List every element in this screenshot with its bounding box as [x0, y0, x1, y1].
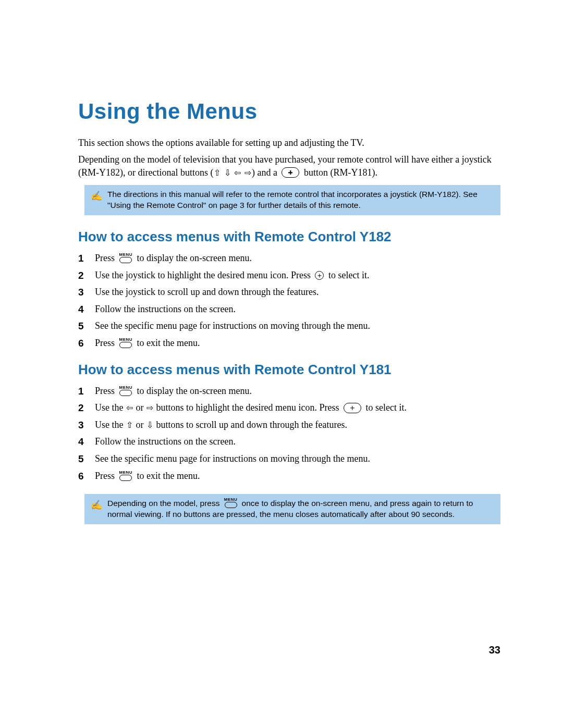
steps-list-y181: Press MENU to display the on-screen menu… — [78, 383, 500, 485]
step-item: Press MENU to display the on-screen menu… — [78, 383, 500, 400]
arrow-right-icon: ⇨ — [244, 167, 251, 179]
note-icon: ✍ — [91, 498, 102, 520]
intro-tail: button (RM-Y181). — [301, 167, 377, 178]
plus-circle-icon — [315, 271, 324, 280]
plus-button-icon — [282, 167, 299, 178]
step-item: Use the joystick to highlight the desire… — [78, 267, 500, 285]
step-item: Press MENU to exit the menu. — [78, 468, 500, 485]
arrow-left-icon: ⇦ — [234, 167, 241, 179]
arrow-right-icon: ⇨ — [146, 402, 153, 414]
step-text: Use the joystick to highlight the desire… — [95, 269, 369, 282]
note-text-2: Depending on the model, press MENU once … — [107, 498, 492, 520]
step-item: Use the ⇧ or ⇩ buttons to scroll up and … — [78, 417, 500, 434]
note-icon: ✍ — [91, 189, 102, 211]
step-text: See the specific menu page for instructi… — [95, 452, 370, 465]
document-page: Using the Menus This section shows the o… — [0, 0, 563, 687]
intro-paragraph-2: Depending on the model of television tha… — [78, 153, 500, 179]
arrow-up-icon: ⇧ — [126, 419, 133, 431]
step-text: Press MENU to display the on-screen menu… — [95, 252, 252, 265]
step-item: See the specific menu page for instructi… — [78, 318, 500, 335]
intro-paragraph-1: This section shows the options available… — [78, 137, 500, 149]
page-number: 33 — [78, 644, 500, 656]
menu-button-icon: MENU — [224, 498, 238, 508]
step-text: Press MENU to display the on-screen menu… — [95, 385, 252, 398]
step-item: Press MENU to exit the menu. — [78, 335, 500, 352]
note-box-1: ✍ The directions in this manual will ref… — [84, 185, 500, 215]
step-item: Use the ⇦ or ⇨ buttons to highlight the … — [78, 400, 500, 417]
step-item: Follow the instructions on the screen. — [78, 301, 500, 318]
menu-button-icon: MENU — [119, 471, 133, 481]
note-text-1: The directions in this manual will refer… — [107, 189, 492, 211]
step-text: See the specific menu page for instructi… — [95, 319, 370, 332]
arrow-up-icon: ⇧ — [214, 167, 221, 179]
step-text: Use the ⇦ or ⇨ buttons to highlight the … — [95, 401, 407, 414]
steps-list-y182: Press MENU to display the on-screen menu… — [78, 250, 500, 352]
step-text: Press MENU to exit the menu. — [95, 470, 200, 483]
heading-y182: How to access menus with Remote Control … — [78, 229, 500, 245]
step-text: Use the ⇧ or ⇩ buttons to scroll up and … — [95, 418, 347, 431]
step-item: Follow the instructions on the screen. — [78, 434, 500, 451]
intro-and-a: ) and a — [252, 167, 279, 178]
arrow-down-icon: ⇩ — [224, 167, 231, 179]
menu-button-icon: MENU — [119, 338, 133, 348]
note2-lead: Depending on the model, press — [107, 499, 222, 508]
arrow-down-icon: ⇩ — [146, 419, 153, 431]
menu-button-icon: MENU — [119, 386, 133, 396]
note-box-2: ✍ Depending on the model, press MENU onc… — [84, 494, 500, 524]
step-text: Follow the instructions on the screen. — [95, 435, 236, 448]
step-text: Press MENU to exit the menu. — [95, 337, 200, 350]
step-item: Press MENU to display the on-screen menu… — [78, 250, 500, 267]
heading-y181: How to access menus with Remote Control … — [78, 362, 500, 378]
step-item: Use the joystick to scroll up and down t… — [78, 284, 500, 301]
step-item: See the specific menu page for instructi… — [78, 451, 500, 468]
step-text: Follow the instructions on the screen. — [95, 303, 236, 316]
page-title: Using the Menus — [78, 99, 500, 124]
step-text: Use the joystick to scroll up and down t… — [95, 286, 319, 299]
menu-button-icon: MENU — [119, 253, 133, 263]
arrow-left-icon: ⇦ — [126, 402, 133, 414]
plus-button-icon — [344, 403, 361, 413]
